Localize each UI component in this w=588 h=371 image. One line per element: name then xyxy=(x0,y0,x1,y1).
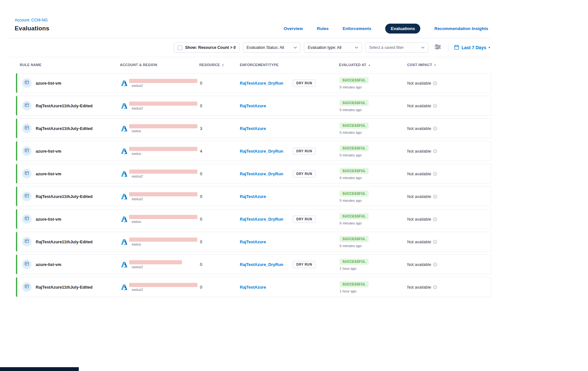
table-row[interactable]: azure-list-vm eastus 4 RajTestAzure_DryR… xyxy=(16,141,491,161)
account-info: eastus xyxy=(129,124,197,133)
rule-avatar xyxy=(22,78,32,88)
account-region-cell: eastus xyxy=(120,147,199,155)
azure-icon xyxy=(121,80,128,87)
rule-cell: RajTestAzure11thJuly-Edited xyxy=(17,192,120,201)
cost-impact-cell: Not available xyxy=(407,217,491,222)
evaluated-at-cell: SUCCESSFUL 5 minutes ago xyxy=(339,77,407,89)
cost-impact-value: Not available xyxy=(407,239,431,244)
saved-filter-dropdown[interactable]: Select a saved filter xyxy=(365,42,428,53)
table-row[interactable]: azure-list-vm eastus2 0 RajTestAzure_Dry… xyxy=(16,254,491,274)
info-icon[interactable] xyxy=(433,149,437,153)
info-icon[interactable] xyxy=(433,126,437,131)
resource-count: 0 xyxy=(199,217,240,222)
cost-impact-cell: Not available xyxy=(407,103,491,108)
rule-cell: azure-list-vm xyxy=(17,260,120,269)
enforcement-link[interactable]: RajTestAzure xyxy=(240,103,266,108)
column-evaluated-at[interactable]: EVALUATED AT ▲ xyxy=(339,63,407,67)
evaluation-type-dropdown[interactable]: Evaluation type: All xyxy=(304,42,362,53)
table-row[interactable]: RajTestAzure11thJuly-Edited eastus2 0 Ra… xyxy=(16,96,491,116)
rule-cell: azure-list-vm xyxy=(17,146,120,156)
info-icon[interactable] xyxy=(433,172,437,176)
info-icon[interactable] xyxy=(433,240,437,244)
table-row[interactable]: RajTestAzure11thJuly-Edited eastus2 0 Ra… xyxy=(16,186,491,206)
resource-count-checkbox[interactable] xyxy=(178,45,182,50)
filter-settings-button[interactable] xyxy=(433,43,442,52)
rule-icon xyxy=(25,125,29,131)
account-redacted-bar xyxy=(129,215,197,219)
tab-overview[interactable]: Overview xyxy=(284,26,303,31)
account-info: eastus2 xyxy=(129,283,197,292)
tab-rules[interactable]: Rules xyxy=(317,26,329,31)
enforcement-cell: RajTestAzure_DryRun DRY RUN xyxy=(240,261,339,268)
account-region-cell: eastus2 xyxy=(120,283,199,292)
rule-icon xyxy=(25,284,29,290)
cost-impact-value: Not available xyxy=(407,194,431,199)
evaluated-time: 5 minutes ago xyxy=(340,153,407,157)
table-row[interactable]: RajTestAzure11thJuly-Edited eastus 0 Raj… xyxy=(16,232,491,252)
account-redacted-bar xyxy=(129,79,197,83)
chevron-down-icon xyxy=(355,47,358,49)
table-header: RULE NAME ACCOUNT & REGION RESOURCE ▲▼ E… xyxy=(9,57,491,73)
evaluation-status-dropdown[interactable]: Evaluation Status: All xyxy=(243,42,301,53)
enforcement-link[interactable]: RajTestAzure_DryRun xyxy=(240,149,283,154)
tab-recommendation-insights[interactable]: Recommendation Insights xyxy=(434,26,488,31)
info-icon[interactable] xyxy=(433,81,437,85)
evaluation-status-value: Evaluation Status: All xyxy=(246,45,284,50)
info-icon[interactable] xyxy=(433,194,437,199)
rule-icon xyxy=(25,216,29,222)
evaluated-time: 5 minutes ago xyxy=(340,108,407,112)
cost-impact-cell: Not available xyxy=(407,171,491,176)
column-cost-impact[interactable]: COST IMPACT ▲▼ xyxy=(407,63,491,67)
enforcement-link[interactable]: RajTestAzure_DryRun xyxy=(240,81,283,86)
account-info: eastus2 xyxy=(129,192,197,201)
rule-avatar xyxy=(22,214,32,224)
account-breadcrumb[interactable]: Account: CCM-NG xyxy=(15,18,49,22)
region-label: eastus xyxy=(132,129,197,133)
table-row[interactable]: RajTestAzure11thJuly-Edited eastus2 0 Ra… xyxy=(16,277,491,297)
resource-count-filter[interactable]: Show: Resource Count > 0 xyxy=(174,42,239,53)
azure-icon xyxy=(121,193,128,200)
table-row[interactable]: RajTestAzure11thJuly-Edited eastus 3 Raj… xyxy=(16,118,491,138)
enforcement-link[interactable]: RajTestAzure xyxy=(240,285,266,290)
info-icon[interactable] xyxy=(433,217,437,221)
region-label: eastus2 xyxy=(132,84,197,87)
table-row[interactable]: azure-list-vm eastus 0 RajTestAzure_DryR… xyxy=(16,209,491,229)
region-label: eastus xyxy=(132,220,197,223)
resource-count-label: Show: Resource Count > 0 xyxy=(185,45,236,50)
account-redacted-bar xyxy=(129,147,197,151)
table-row[interactable]: azure-list-vm eastus2 0 RajTestAzure_Dry… xyxy=(16,164,491,184)
evaluated-at-cell: SUCCESSFUL 1 hour ago xyxy=(339,281,407,293)
azure-icon xyxy=(121,170,128,178)
enforcement-link[interactable]: RajTestAzure xyxy=(240,239,266,244)
resource-count: 0 xyxy=(199,81,240,86)
dry-run-badge: DRY RUN xyxy=(293,148,316,155)
enforcement-link[interactable]: RajTestAzure_DryRun xyxy=(240,262,283,267)
account-redacted-bar xyxy=(129,238,197,242)
resource-count: 0 xyxy=(199,103,240,108)
info-icon[interactable] xyxy=(433,104,437,108)
enforcement-link[interactable]: RajTestAzure xyxy=(240,126,266,131)
status-badge: SUCCESSFUL xyxy=(340,236,369,242)
account-redacted-bar xyxy=(129,170,197,174)
enforcement-link[interactable]: RajTestAzure_DryRun xyxy=(240,217,283,222)
evaluated-time: 6 minutes ago xyxy=(340,244,407,248)
info-icon[interactable] xyxy=(433,262,437,267)
top-nav: Overview Rules Enforcements Evaluations … xyxy=(284,24,488,34)
table-row[interactable]: azure-list-vm eastus2 0 RajTestAzure_Dry… xyxy=(16,73,491,93)
date-range-picker[interactable]: Last 7 Days ▾ xyxy=(454,45,490,51)
account-region-cell: eastus2 xyxy=(120,192,199,201)
enforcement-link[interactable]: RajTestAzure xyxy=(240,194,266,199)
rule-icon xyxy=(25,193,29,199)
enforcement-cell: RajTestAzure DRY RUN xyxy=(240,285,339,290)
column-resource[interactable]: RESOURCE ▲▼ xyxy=(199,63,240,67)
evaluated-time: 5 minutes ago xyxy=(340,85,407,89)
evaluated-time: 6 minutes ago xyxy=(340,221,407,225)
account-region-cell: eastus2 xyxy=(120,170,199,178)
tab-enforcements[interactable]: Enforcements xyxy=(342,26,371,31)
rule-avatar xyxy=(22,146,32,156)
info-icon[interactable] xyxy=(433,285,437,289)
enforcement-link[interactable]: RajTestAzure_DryRun xyxy=(240,171,283,176)
tab-evaluations[interactable]: Evaluations xyxy=(385,24,420,34)
evaluated-time: 1 hour ago xyxy=(340,289,407,293)
status-badge: SUCCESSFUL xyxy=(340,145,369,151)
